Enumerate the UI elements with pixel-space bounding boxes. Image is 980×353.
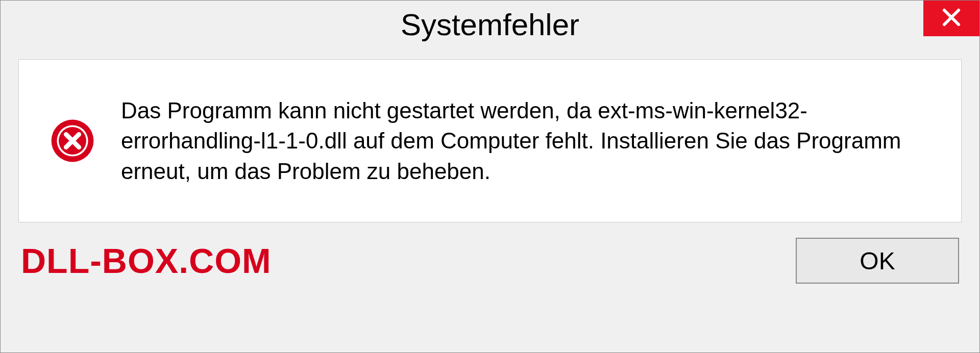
close-button[interactable] (923, 1, 979, 36)
error-message: Das Programm kann nicht gestartet werden… (121, 95, 936, 186)
dialog-title: Systemfehler (401, 7, 579, 42)
titlebar: Systemfehler (1, 1, 979, 49)
close-icon (941, 7, 962, 30)
dialog-footer: DLL-BOX.COM OK (1, 233, 979, 299)
ok-button[interactable]: OK (796, 238, 959, 284)
watermark-text: DLL-BOX.COM (21, 241, 272, 281)
content-panel: Das Programm kann nicht gestartet werden… (18, 59, 962, 222)
ok-button-label: OK (860, 247, 895, 275)
error-icon (50, 118, 95, 164)
error-dialog: Systemfehler Das Programm kann nicht ges… (0, 0, 980, 353)
